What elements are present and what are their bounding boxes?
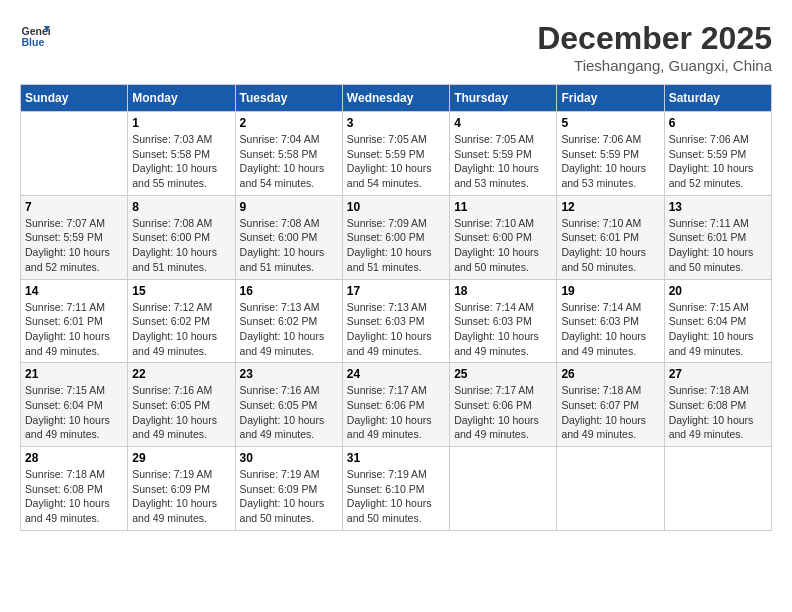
column-header-tuesday: Tuesday	[235, 85, 342, 112]
day-number: 29	[132, 451, 230, 465]
day-info: Sunrise: 7:16 AM Sunset: 6:05 PM Dayligh…	[240, 383, 338, 442]
column-header-sunday: Sunday	[21, 85, 128, 112]
calendar-cell: 26Sunrise: 7:18 AM Sunset: 6:07 PM Dayli…	[557, 363, 664, 447]
calendar-cell: 20Sunrise: 7:15 AM Sunset: 6:04 PM Dayli…	[664, 279, 771, 363]
svg-text:Blue: Blue	[22, 36, 45, 48]
day-info: Sunrise: 7:19 AM Sunset: 6:09 PM Dayligh…	[240, 467, 338, 526]
calendar-cell: 7Sunrise: 7:07 AM Sunset: 5:59 PM Daylig…	[21, 195, 128, 279]
column-header-thursday: Thursday	[450, 85, 557, 112]
day-number: 18	[454, 284, 552, 298]
day-number: 22	[132, 367, 230, 381]
calendar-cell	[664, 447, 771, 531]
day-number: 23	[240, 367, 338, 381]
calendar-cell: 11Sunrise: 7:10 AM Sunset: 6:00 PM Dayli…	[450, 195, 557, 279]
day-info: Sunrise: 7:14 AM Sunset: 6:03 PM Dayligh…	[454, 300, 552, 359]
calendar-cell: 28Sunrise: 7:18 AM Sunset: 6:08 PM Dayli…	[21, 447, 128, 531]
day-number: 13	[669, 200, 767, 214]
day-info: Sunrise: 7:17 AM Sunset: 6:06 PM Dayligh…	[347, 383, 445, 442]
calendar-cell: 22Sunrise: 7:16 AM Sunset: 6:05 PM Dayli…	[128, 363, 235, 447]
calendar-header-row: SundayMondayTuesdayWednesdayThursdayFrid…	[21, 85, 772, 112]
day-info: Sunrise: 7:19 AM Sunset: 6:10 PM Dayligh…	[347, 467, 445, 526]
logo-icon: General Blue	[20, 20, 50, 50]
calendar-cell: 3Sunrise: 7:05 AM Sunset: 5:59 PM Daylig…	[342, 112, 449, 196]
calendar-cell: 24Sunrise: 7:17 AM Sunset: 6:06 PM Dayli…	[342, 363, 449, 447]
calendar-week-row: 28Sunrise: 7:18 AM Sunset: 6:08 PM Dayli…	[21, 447, 772, 531]
calendar-cell	[21, 112, 128, 196]
day-number: 20	[669, 284, 767, 298]
day-info: Sunrise: 7:05 AM Sunset: 5:59 PM Dayligh…	[454, 132, 552, 191]
day-number: 27	[669, 367, 767, 381]
day-number: 17	[347, 284, 445, 298]
day-number: 6	[669, 116, 767, 130]
day-info: Sunrise: 7:16 AM Sunset: 6:05 PM Dayligh…	[132, 383, 230, 442]
day-info: Sunrise: 7:09 AM Sunset: 6:00 PM Dayligh…	[347, 216, 445, 275]
day-info: Sunrise: 7:08 AM Sunset: 6:00 PM Dayligh…	[240, 216, 338, 275]
calendar-cell: 10Sunrise: 7:09 AM Sunset: 6:00 PM Dayli…	[342, 195, 449, 279]
column-header-wednesday: Wednesday	[342, 85, 449, 112]
location-subtitle: Tieshangang, Guangxi, China	[537, 57, 772, 74]
day-info: Sunrise: 7:13 AM Sunset: 6:03 PM Dayligh…	[347, 300, 445, 359]
day-number: 31	[347, 451, 445, 465]
month-year-title: December 2025	[537, 20, 772, 57]
day-number: 15	[132, 284, 230, 298]
day-number: 14	[25, 284, 123, 298]
calendar-cell: 30Sunrise: 7:19 AM Sunset: 6:09 PM Dayli…	[235, 447, 342, 531]
day-info: Sunrise: 7:03 AM Sunset: 5:58 PM Dayligh…	[132, 132, 230, 191]
day-number: 24	[347, 367, 445, 381]
day-info: Sunrise: 7:06 AM Sunset: 5:59 PM Dayligh…	[561, 132, 659, 191]
calendar-cell	[557, 447, 664, 531]
calendar-cell: 19Sunrise: 7:14 AM Sunset: 6:03 PM Dayli…	[557, 279, 664, 363]
day-info: Sunrise: 7:18 AM Sunset: 6:08 PM Dayligh…	[25, 467, 123, 526]
day-number: 28	[25, 451, 123, 465]
day-number: 16	[240, 284, 338, 298]
calendar-week-row: 21Sunrise: 7:15 AM Sunset: 6:04 PM Dayli…	[21, 363, 772, 447]
logo: General Blue	[20, 20, 50, 50]
day-info: Sunrise: 7:14 AM Sunset: 6:03 PM Dayligh…	[561, 300, 659, 359]
calendar-cell: 4Sunrise: 7:05 AM Sunset: 5:59 PM Daylig…	[450, 112, 557, 196]
day-info: Sunrise: 7:07 AM Sunset: 5:59 PM Dayligh…	[25, 216, 123, 275]
calendar-cell: 16Sunrise: 7:13 AM Sunset: 6:02 PM Dayli…	[235, 279, 342, 363]
calendar-cell: 2Sunrise: 7:04 AM Sunset: 5:58 PM Daylig…	[235, 112, 342, 196]
calendar-cell: 1Sunrise: 7:03 AM Sunset: 5:58 PM Daylig…	[128, 112, 235, 196]
calendar-table: SundayMondayTuesdayWednesdayThursdayFrid…	[20, 84, 772, 531]
day-info: Sunrise: 7:08 AM Sunset: 6:00 PM Dayligh…	[132, 216, 230, 275]
day-number: 9	[240, 200, 338, 214]
day-number: 12	[561, 200, 659, 214]
calendar-cell: 21Sunrise: 7:15 AM Sunset: 6:04 PM Dayli…	[21, 363, 128, 447]
calendar-cell	[450, 447, 557, 531]
column-header-saturday: Saturday	[664, 85, 771, 112]
day-number: 5	[561, 116, 659, 130]
day-info: Sunrise: 7:17 AM Sunset: 6:06 PM Dayligh…	[454, 383, 552, 442]
calendar-cell: 12Sunrise: 7:10 AM Sunset: 6:01 PM Dayli…	[557, 195, 664, 279]
day-info: Sunrise: 7:06 AM Sunset: 5:59 PM Dayligh…	[669, 132, 767, 191]
calendar-cell: 6Sunrise: 7:06 AM Sunset: 5:59 PM Daylig…	[664, 112, 771, 196]
calendar-cell: 25Sunrise: 7:17 AM Sunset: 6:06 PM Dayli…	[450, 363, 557, 447]
calendar-cell: 13Sunrise: 7:11 AM Sunset: 6:01 PM Dayli…	[664, 195, 771, 279]
day-info: Sunrise: 7:11 AM Sunset: 6:01 PM Dayligh…	[669, 216, 767, 275]
day-number: 2	[240, 116, 338, 130]
day-number: 30	[240, 451, 338, 465]
day-number: 26	[561, 367, 659, 381]
calendar-cell: 29Sunrise: 7:19 AM Sunset: 6:09 PM Dayli…	[128, 447, 235, 531]
day-info: Sunrise: 7:04 AM Sunset: 5:58 PM Dayligh…	[240, 132, 338, 191]
day-number: 21	[25, 367, 123, 381]
column-header-monday: Monday	[128, 85, 235, 112]
calendar-cell: 9Sunrise: 7:08 AM Sunset: 6:00 PM Daylig…	[235, 195, 342, 279]
day-info: Sunrise: 7:10 AM Sunset: 6:01 PM Dayligh…	[561, 216, 659, 275]
day-number: 7	[25, 200, 123, 214]
calendar-cell: 18Sunrise: 7:14 AM Sunset: 6:03 PM Dayli…	[450, 279, 557, 363]
day-info: Sunrise: 7:10 AM Sunset: 6:00 PM Dayligh…	[454, 216, 552, 275]
calendar-week-row: 14Sunrise: 7:11 AM Sunset: 6:01 PM Dayli…	[21, 279, 772, 363]
day-info: Sunrise: 7:12 AM Sunset: 6:02 PM Dayligh…	[132, 300, 230, 359]
day-info: Sunrise: 7:15 AM Sunset: 6:04 PM Dayligh…	[669, 300, 767, 359]
calendar-week-row: 7Sunrise: 7:07 AM Sunset: 5:59 PM Daylig…	[21, 195, 772, 279]
day-number: 1	[132, 116, 230, 130]
day-info: Sunrise: 7:18 AM Sunset: 6:08 PM Dayligh…	[669, 383, 767, 442]
day-number: 8	[132, 200, 230, 214]
day-number: 25	[454, 367, 552, 381]
page-header: General Blue December 2025 Tieshangang, …	[20, 20, 772, 74]
day-info: Sunrise: 7:19 AM Sunset: 6:09 PM Dayligh…	[132, 467, 230, 526]
day-number: 10	[347, 200, 445, 214]
calendar-cell: 15Sunrise: 7:12 AM Sunset: 6:02 PM Dayli…	[128, 279, 235, 363]
day-info: Sunrise: 7:18 AM Sunset: 6:07 PM Dayligh…	[561, 383, 659, 442]
